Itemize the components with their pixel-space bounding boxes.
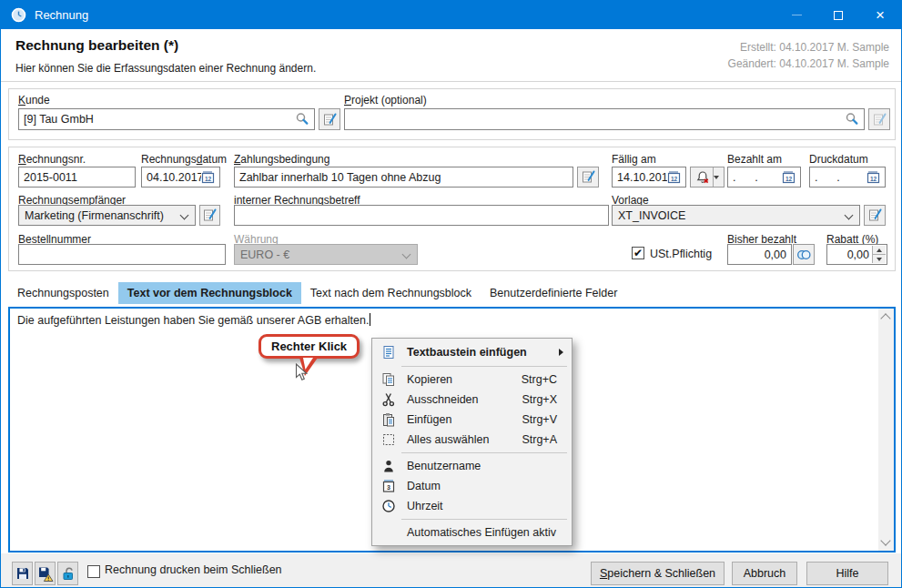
betreff-input[interactable] — [234, 205, 609, 226]
text-caret — [370, 313, 370, 326]
spinner-down-button[interactable] — [873, 254, 886, 263]
rabatt-spinner[interactable] — [872, 246, 886, 263]
tab-rechnungsposten[interactable]: Rechnungsposten — [8, 282, 118, 304]
page-header: Rechnung bearbeiten (*) Hier können Sie … — [1, 29, 901, 82]
chevron-down-icon — [180, 211, 189, 220]
save-icon — [15, 566, 30, 581]
reminder-bell-icon — [695, 170, 710, 185]
svg-text:12: 12 — [205, 176, 212, 182]
search-icon[interactable] — [845, 112, 859, 127]
calendar-icon: 3 — [378, 479, 400, 493]
footer-bar: Rechnung drucken beim Schließen Speicher… — [1, 553, 901, 587]
rabatt-input[interactable]: 0,00 — [826, 244, 887, 265]
projekt-input[interactable] — [344, 108, 865, 130]
cut-icon — [378, 392, 400, 407]
titlebar[interactable]: Rechnung × — [1, 1, 901, 29]
faellig-am-input[interactable]: 14.10.2017 12 — [612, 167, 686, 188]
menu-item-textbaustein-einfuegen[interactable]: Textbaustein einfügen — [372, 341, 572, 363]
invoice-edit-window: Rechnung × Rechnung bearbeiten (*) Hier … — [0, 0, 902, 588]
tab-bar: Rechnungsposten Text vor dem Rechnungsbl… — [8, 282, 626, 304]
menu-item-automatisches-einfuegen[interactable]: Automatisches Einfügen aktiv — [372, 522, 572, 542]
rechnungsempfaenger-select[interactable]: Marketing (Firmenanschrift) — [18, 205, 196, 226]
save-button[interactable] — [12, 562, 33, 585]
scroll-down-icon[interactable] — [880, 535, 890, 545]
waehrung-select: EURO - € — [234, 244, 418, 265]
minimize-button[interactable] — [775, 1, 817, 29]
projekt-edit-button[interactable] — [868, 108, 890, 130]
save-and-close-button[interactable]: Speichern & Schließen — [591, 562, 725, 585]
user-icon — [378, 459, 400, 473]
menu-item-datum[interactable]: 3 Datum — [372, 476, 572, 496]
tab-benutzerdefinierte-felder[interactable]: Benutzerdefinierte Felder — [481, 282, 626, 304]
vorlage-select[interactable]: XT_INVOICE — [612, 205, 860, 226]
menu-item-uhrzeit[interactable]: Uhrzeit — [372, 496, 572, 516]
invoice-fields-group: Rechnungsnr. 2015-0011 Rechnungsdatum 04… — [8, 147, 896, 271]
menu-item-benutzername[interactable]: Benutzername — [372, 456, 572, 476]
rechnungsempfaenger-edit-button[interactable] — [199, 205, 220, 226]
calendar-icon[interactable]: 12 — [667, 170, 681, 184]
svg-text:3: 3 — [387, 484, 390, 491]
menu-item-alles-auswaehlen[interactable]: Alles auswählen Strg+A — [372, 430, 572, 450]
search-icon[interactable] — [295, 112, 309, 127]
menu-item-einfuegen[interactable]: Einfügen Strg+V — [372, 410, 572, 430]
tab-text-vor-rechnungsblock[interactable]: Text vor dem Rechnungsblock — [118, 282, 301, 304]
calendar-icon[interactable]: 12 — [201, 170, 215, 184]
menu-item-ausschneiden[interactable]: Ausschneiden Strg+X — [372, 390, 572, 410]
kunde-label: Kunde — [18, 94, 50, 106]
svg-text:12: 12 — [671, 176, 678, 182]
unlock-icon — [61, 566, 76, 581]
payments-button[interactable] — [793, 244, 815, 265]
menu-separator — [401, 519, 567, 520]
bisher-bezahlt-input[interactable]: 0,00 — [727, 244, 792, 265]
rechnungsnr-input[interactable]: 2015-0011 — [18, 167, 136, 188]
rechnungsnr-label: Rechnungsnr. — [18, 153, 86, 166]
kunde-edit-button[interactable] — [319, 108, 340, 130]
maximize-button[interactable] — [817, 1, 859, 29]
print-on-close-checkbox[interactable] — [87, 565, 100, 578]
callout-bubble: Rechter Klick — [258, 334, 360, 359]
submenu-arrow-icon — [559, 349, 563, 356]
page-title: Rechnung bearbeiten (*) — [15, 37, 178, 54]
menu-item-kopieren[interactable]: Kopieren Strg+C — [372, 370, 572, 390]
clock-icon — [378, 499, 400, 513]
save-with-warning-button[interactable] — [35, 562, 56, 585]
created-meta: Erstellt: 04.10.2017 M. Sample — [740, 41, 889, 54]
unlock-button[interactable] — [57, 562, 78, 585]
chevron-down-icon — [714, 176, 719, 179]
zahlungsbedingung-input[interactable]: Zahlbar innerhalb 10 Tagen ohne Abzug — [234, 167, 573, 188]
druckdatum-input[interactable]: . . 12 — [809, 167, 886, 188]
vertical-scrollbar[interactable] — [878, 309, 894, 551]
window-title: Rechnung — [35, 8, 775, 22]
close-icon: × — [876, 7, 885, 23]
calendar-icon[interactable]: 12 — [867, 170, 880, 184]
kunde-input[interactable]: [9] Tau GmbH — [18, 108, 315, 130]
triangle-up-icon — [877, 248, 882, 252]
tab-text-nach-rechnungsblock[interactable]: Text nach dem Rechnungsblock — [301, 282, 481, 304]
cancel-button[interactable]: Abbruch — [732, 562, 797, 585]
vorlage-edit-button[interactable] — [864, 205, 886, 226]
ust-pflichtig-checkbox[interactable]: ✔ — [632, 247, 644, 259]
bestellnummer-input[interactable] — [18, 244, 226, 265]
edit-icon — [202, 208, 218, 223]
rechnungsdatum-label: Rechnungsdatum — [141, 153, 227, 166]
spinner-up-button[interactable] — [873, 246, 886, 254]
reminder-dropdown-button[interactable] — [690, 167, 725, 188]
help-button[interactable]: Hilfe — [806, 562, 888, 585]
zahlungsbedingung-edit-button[interactable] — [577, 167, 599, 188]
copy-icon — [378, 372, 400, 387]
close-button[interactable]: × — [859, 1, 901, 29]
scroll-up-icon[interactable] — [880, 313, 890, 323]
mouse-cursor-icon — [295, 363, 309, 382]
bezahlt-am-input[interactable]: . . 12 — [727, 167, 801, 188]
context-menu: Textbaustein einfügen Kopieren Strg+C — [371, 338, 573, 546]
minimize-icon — [792, 15, 802, 15]
rechnungsdatum-input[interactable]: 04.10.2017 12 — [141, 167, 220, 188]
menu-separator — [401, 452, 567, 453]
faellig-am-label: Fällig am — [612, 153, 656, 166]
page-subtitle: Hier können Sie die Erfassungsdaten eine… — [15, 62, 316, 75]
calendar-icon[interactable]: 12 — [782, 170, 796, 184]
svg-text:12: 12 — [870, 176, 877, 182]
button-divider — [713, 167, 714, 187]
print-on-close-label: Rechnung drucken beim Schließen — [105, 553, 282, 587]
chevron-down-icon — [845, 211, 854, 220]
